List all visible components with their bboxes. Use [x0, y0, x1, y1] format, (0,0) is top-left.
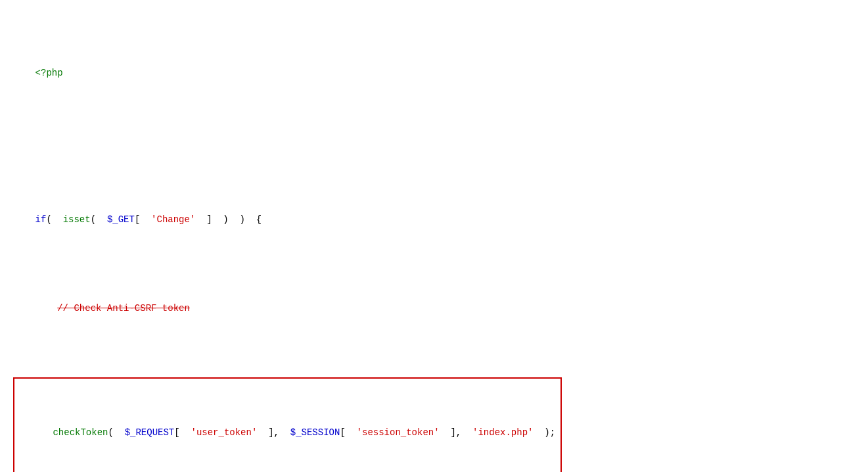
line-comment-csrf: // Check Anti-CSRF token: [13, 286, 855, 330]
code-container: <?php if( isset( $_GET[ 'Change' ] ) ) {…: [0, 0, 868, 472]
checktoken-box: checkToken( $_REQUEST[ 'user_token' ], $…: [13, 377, 562, 472]
line-php-tag: <?php: [13, 51, 855, 95]
line-if-isset: if( isset( $_GET[ 'Change' ] ) ) {: [13, 198, 855, 242]
line-checktoken: checkToken( $_REQUEST[ 'user_token' ], $…: [20, 411, 555, 455]
line-blank1: [13, 139, 855, 154]
